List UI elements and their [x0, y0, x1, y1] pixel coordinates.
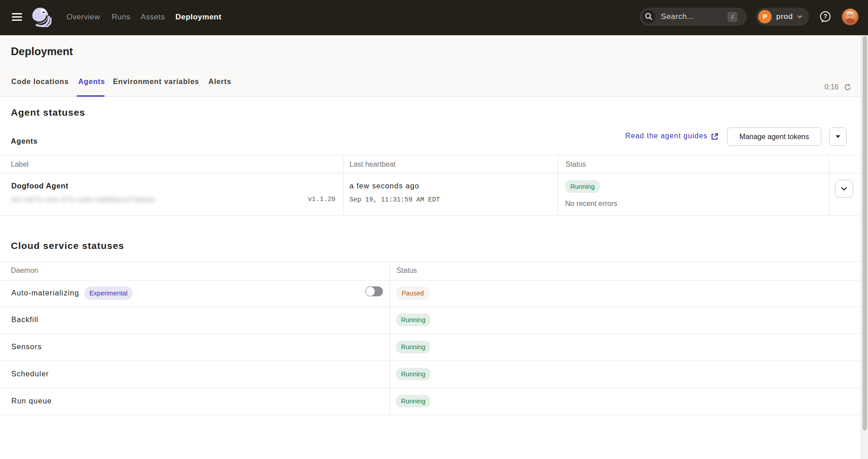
svg-text:?: ?: [823, 13, 827, 20]
